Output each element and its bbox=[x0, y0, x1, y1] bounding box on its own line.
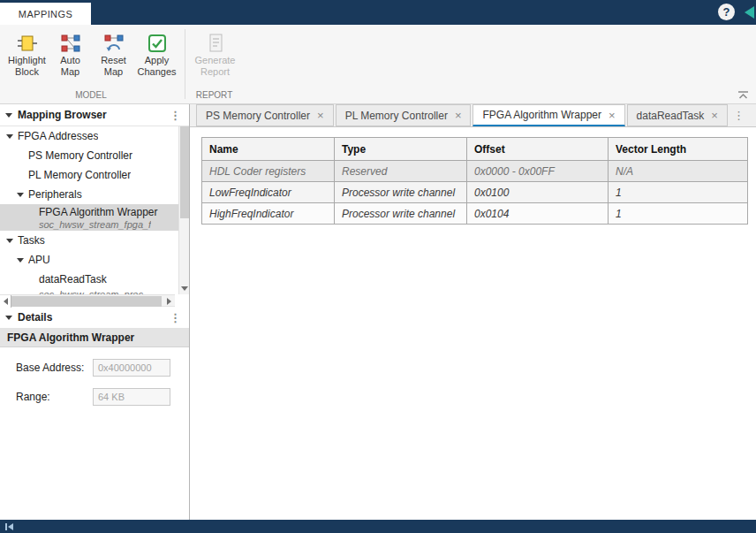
range-label: Range: bbox=[16, 391, 93, 403]
tree-item-pl-memory-controller[interactable]: PL Memory Controller bbox=[0, 165, 178, 185]
doc-tab-pl-memory-controller[interactable]: PL Memory Controller × bbox=[336, 104, 472, 126]
details-menu-icon[interactable]: ⋮ bbox=[167, 311, 184, 324]
tab-bar-menu-icon[interactable]: ⋮ bbox=[730, 109, 747, 122]
close-icon[interactable]: × bbox=[317, 110, 324, 121]
scroll-right-button[interactable] bbox=[163, 295, 175, 308]
toolstrip-collapse-icon[interactable] bbox=[737, 90, 749, 99]
tree-item-apu[interactable]: APU bbox=[0, 250, 178, 270]
table-row[interactable]: HighFreqIndicator Processor write channe… bbox=[202, 203, 748, 225]
button-label: Map bbox=[104, 66, 123, 78]
document-tab-bar: PS Memory Controller × PL Memory Control… bbox=[190, 104, 756, 127]
reset-map-button[interactable]: Reset Map bbox=[92, 29, 135, 78]
expander-icon[interactable] bbox=[6, 239, 13, 243]
table-cell[interactable]: 1 bbox=[609, 182, 748, 203]
highlight-block-icon bbox=[17, 32, 38, 55]
tab-content: Name Type Offset Vector Length HDL Coder… bbox=[190, 127, 756, 520]
help-button[interactable]: ? bbox=[718, 4, 735, 20]
group-label-model: MODEL bbox=[0, 90, 182, 103]
mapping-browser-menu-icon[interactable]: ⋮ bbox=[167, 109, 184, 122]
button-label: Map bbox=[61, 66, 79, 78]
scrollbar-track[interactable] bbox=[0, 294, 175, 307]
doc-tab-ps-memory-controller[interactable]: PS Memory Controller × bbox=[196, 104, 334, 126]
tab-mappings[interactable]: MAPPINGS bbox=[0, 3, 91, 25]
table-cell: 0x0000 - 0x00FF bbox=[467, 161, 609, 182]
apply-changes-button[interactable]: Apply Changes bbox=[135, 29, 178, 78]
tree-horizontal-scrollbar[interactable] bbox=[0, 294, 189, 307]
tree-item-tasks[interactable]: Tasks bbox=[0, 231, 178, 250]
tree-item-label: FPGA Addresses bbox=[18, 130, 98, 142]
expander-icon[interactable] bbox=[6, 134, 13, 139]
scroll-down-button[interactable] bbox=[179, 283, 189, 294]
tree-item-label: Peripherals bbox=[28, 188, 82, 201]
title-bar: MAPPINGS ? bbox=[0, 0, 756, 25]
column-header-vector-length[interactable]: Vector Length bbox=[609, 138, 748, 161]
table-cell[interactable]: 1 bbox=[609, 203, 748, 225]
doc-tab-fpga-algorithm-wrapper[interactable]: FPGA Algorithm Wrapper × bbox=[472, 104, 624, 126]
tree-item-ps-memory-controller[interactable]: PS Memory Controller bbox=[0, 146, 178, 165]
toolstrip-separator bbox=[185, 29, 185, 99]
tree-item-datareadtask[interactable]: dataReadTask bbox=[0, 270, 178, 289]
tree-item-fpga-addresses[interactable]: FPGA Addresses bbox=[0, 126, 178, 146]
close-icon[interactable]: × bbox=[711, 110, 718, 121]
close-icon[interactable]: × bbox=[609, 110, 616, 121]
tree-item-label: APU bbox=[28, 254, 50, 266]
tree-vertical-scrollbar[interactable] bbox=[178, 126, 189, 294]
tree-item-label: PS Memory Controller bbox=[28, 149, 132, 162]
button-label: Generate bbox=[195, 55, 236, 66]
doc-tab-datareadtask[interactable]: dataReadTask × bbox=[627, 104, 728, 126]
tree-item-label: dataReadTask bbox=[39, 273, 107, 286]
apply-changes-check-icon bbox=[147, 32, 168, 55]
table-cell[interactable]: Processor write channel bbox=[335, 182, 467, 203]
expander-icon[interactable] bbox=[17, 258, 24, 263]
auto-map-button[interactable]: Auto Map bbox=[49, 29, 92, 78]
table-cell[interactable]: 0x0104 bbox=[467, 203, 609, 225]
arrow-down-icon bbox=[181, 286, 188, 291]
table-cell[interactable]: LowFreqIndicator bbox=[202, 182, 335, 203]
doc-tab-label: dataReadTask bbox=[637, 110, 705, 122]
mapping-browser-title: Mapping Browser bbox=[18, 109, 107, 121]
table-row: HDL Coder registers Reserved 0x0000 - 0x… bbox=[202, 161, 748, 182]
toolstrip-group-model: Highlight Block bbox=[0, 25, 182, 103]
scrollbar-thumb[interactable] bbox=[11, 296, 162, 307]
base-address-field-row: Base Address: 0x40000000 bbox=[16, 359, 189, 377]
range-input: 64 KB bbox=[93, 388, 170, 406]
column-header-type[interactable]: Type bbox=[335, 138, 467, 161]
scroll-left-button[interactable] bbox=[0, 295, 11, 308]
scrollbar-thumb[interactable] bbox=[180, 126, 189, 218]
close-icon[interactable]: × bbox=[455, 110, 462, 121]
table-cell: Reserved bbox=[335, 161, 467, 182]
column-header-name[interactable]: Name bbox=[202, 138, 335, 161]
button-label: Apply bbox=[145, 55, 170, 66]
table-cell: HDL Coder registers bbox=[202, 161, 335, 182]
arrow-left-icon bbox=[4, 298, 8, 305]
details-header[interactable]: Details ⋮ bbox=[0, 307, 189, 329]
tree-item-peripherals[interactable]: Peripherals bbox=[0, 185, 178, 204]
status-bar bbox=[0, 520, 756, 533]
register-mapping-table: Name Type Offset Vector Length HDL Coder… bbox=[201, 137, 748, 225]
tree-item-fpga-algorithm-wrapper[interactable]: FPGA Algorithm Wrapper soc_hwsw_stream_f… bbox=[0, 204, 178, 231]
tree-item-label: PL Memory Controller bbox=[28, 169, 131, 181]
table-cell[interactable]: 0x0100 bbox=[467, 182, 609, 203]
tree-item-subtext: soc_hwsw_stream_fpga_f bbox=[39, 219, 151, 230]
column-header-offset[interactable]: Offset bbox=[467, 138, 609, 161]
left-panel: Mapping Browser ⋮ FPGA Addresses PS Memo… bbox=[0, 104, 190, 520]
collapse-panel-icon[interactable] bbox=[8, 523, 13, 530]
highlight-block-button[interactable]: Highlight Block bbox=[5, 29, 49, 78]
collapse-triangle-icon[interactable] bbox=[5, 113, 12, 118]
generate-report-button: Generate Report bbox=[193, 29, 237, 78]
table-cell[interactable]: Processor write channel bbox=[335, 203, 467, 225]
collapse-panel-icon[interactable] bbox=[5, 523, 7, 530]
expander-icon[interactable] bbox=[17, 193, 24, 197]
table-header-row: Name Type Offset Vector Length bbox=[202, 138, 748, 161]
table-row[interactable]: LowFreqIndicator Processor write channel… bbox=[202, 182, 748, 203]
base-address-label: Base Address: bbox=[16, 362, 93, 374]
table-cell[interactable]: HighFreqIndicator bbox=[202, 203, 335, 225]
collapse-left-arrow-icon[interactable] bbox=[745, 6, 754, 19]
mapping-browser-header[interactable]: Mapping Browser ⋮ bbox=[0, 104, 189, 126]
button-label: Changes bbox=[137, 66, 176, 78]
details-title: Details bbox=[18, 311, 52, 324]
doc-tab-label: PL Memory Controller bbox=[345, 110, 448, 122]
collapse-triangle-icon[interactable] bbox=[5, 316, 12, 320]
tree-item-label: Tasks bbox=[18, 234, 45, 247]
doc-tab-label: FPGA Algorithm Wrapper bbox=[482, 109, 601, 121]
